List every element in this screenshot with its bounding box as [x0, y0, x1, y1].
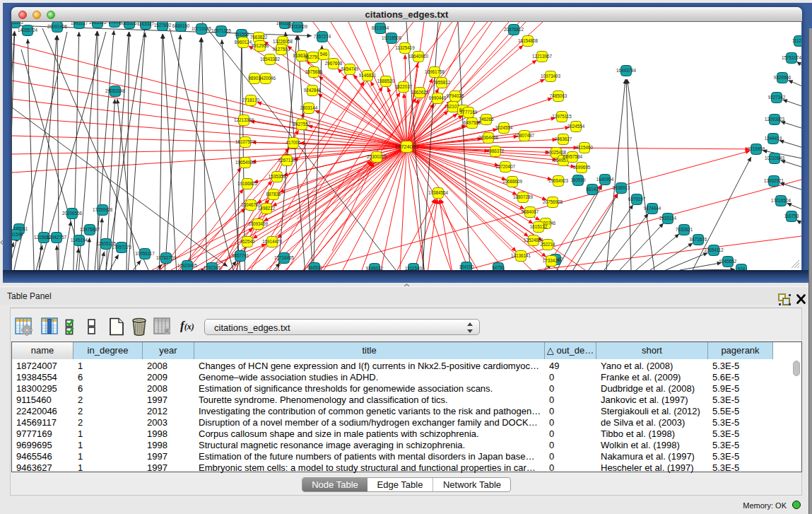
svg-text:252214: 252214 [540, 242, 555, 247]
svg-text:29053346: 29053346 [105, 88, 126, 93]
svg-text:15720407: 15720407 [495, 164, 516, 169]
svg-text:3822037: 3822037 [395, 84, 413, 89]
svg-text:1911540: 1911540 [405, 266, 423, 270]
svg-text:944502: 944502 [307, 265, 322, 270]
svg-text:9146821: 9146821 [359, 73, 377, 78]
svg-text:10688609: 10688609 [502, 179, 523, 184]
svg-text:9329966: 9329966 [774, 75, 792, 80]
svg-text:1405572: 1405572 [12, 22, 24, 25]
svg-text:1244419: 1244419 [765, 136, 782, 141]
svg-text:17016504: 17016504 [771, 198, 792, 203]
svg-text:6466160: 6466160 [172, 23, 190, 28]
svg-text:9115460: 9115460 [576, 145, 594, 150]
svg-text:8912958: 8912958 [252, 43, 269, 48]
svg-text:1145194: 1145194 [71, 238, 88, 243]
svg-text:7986372: 7986372 [487, 148, 505, 153]
svg-text:12213369: 12213369 [234, 117, 254, 122]
svg-text:391594: 391594 [12, 232, 23, 237]
svg-text:12975115: 12975115 [552, 114, 572, 119]
svg-text:18724007: 18724007 [395, 144, 418, 150]
svg-text:16154808: 16154808 [518, 38, 539, 43]
svg-text:2718170: 2718170 [242, 98, 260, 103]
svg-text:1527602: 1527602 [154, 23, 172, 28]
svg-text:1065326: 1065326 [89, 22, 107, 25]
svg-text:12942757: 12942757 [47, 235, 67, 240]
svg-text:1163327: 1163327 [137, 22, 155, 26]
svg-text:18807289: 18807289 [513, 194, 534, 199]
svg-text:8960124: 8960124 [235, 40, 252, 45]
svg-text:9227342: 9227342 [768, 95, 786, 100]
svg-text:762540: 762540 [240, 239, 255, 244]
svg-text:16093459: 16093459 [248, 221, 269, 226]
svg-text:10807487: 10807487 [514, 133, 535, 138]
svg-text:116753: 116753 [784, 214, 799, 218]
svg-text:19654935: 19654935 [235, 160, 256, 165]
svg-text:8454749: 8454749 [341, 66, 359, 71]
svg-text:546: 546 [320, 52, 328, 57]
svg-text:16033809: 16033809 [288, 24, 308, 29]
svg-text:20206556: 20206556 [62, 211, 83, 216]
svg-text:12213967: 12213967 [532, 54, 553, 59]
svg-text:1292345: 1292345 [204, 265, 221, 270]
svg-text:154150: 154150 [459, 264, 474, 269]
svg-text:8938913: 8938913 [613, 185, 630, 190]
svg-text:15751074: 15751074 [782, 55, 801, 60]
svg-text:10973493: 10973493 [541, 74, 561, 78]
svg-text:7663822: 7663822 [250, 35, 268, 40]
svg-text:86142: 86142 [586, 187, 599, 192]
svg-text:6990448: 6990448 [429, 95, 447, 100]
svg-text:1498222: 1498222 [258, 206, 276, 211]
svg-text:98901: 98901 [248, 76, 261, 81]
svg-text:3024554: 3024554 [567, 124, 585, 129]
svg-text:9245012: 9245012 [366, 266, 384, 270]
svg-text:9463627: 9463627 [555, 136, 572, 141]
svg-text:1640954: 1640954 [596, 177, 614, 182]
svg-text:15716485: 15716485 [274, 255, 295, 260]
svg-text:12093823: 12093823 [765, 117, 785, 122]
svg-text:10210643: 10210643 [765, 156, 785, 160]
svg-text:9245652: 9245652 [719, 259, 737, 264]
svg-text:8813054: 8813054 [372, 25, 389, 30]
svg-text:13226058: 13226058 [273, 39, 293, 44]
svg-text:417006: 417006 [286, 140, 301, 145]
svg-text:17957275: 17957275 [112, 245, 132, 250]
svg-text:7955812: 7955812 [433, 80, 451, 85]
svg-text:3024554: 3024554 [495, 125, 513, 130]
svg-text:14055724: 14055724 [18, 28, 38, 33]
svg-text:11325419: 11325419 [395, 45, 415, 50]
svg-text:25300275: 25300275 [367, 154, 387, 159]
svg-text:19654923: 19654923 [548, 178, 569, 183]
svg-text:746266: 746266 [478, 117, 494, 122]
svg-text:16107573: 16107573 [235, 139, 256, 144]
svg-text:1362625: 1362625 [411, 90, 429, 95]
svg-text:9457791: 9457791 [232, 253, 249, 258]
svg-text:6379197: 6379197 [628, 197, 646, 201]
svg-text:14136141: 14136141 [511, 253, 531, 258]
svg-text:19218506: 19218506 [382, 35, 402, 40]
svg-text:3875685: 3875685 [305, 69, 323, 74]
svg-text:1535358: 1535358 [269, 174, 286, 179]
svg-text:19166825: 19166825 [237, 181, 258, 186]
svg-text:160559: 160559 [570, 177, 586, 182]
svg-text:9777169: 9777169 [460, 110, 478, 115]
svg-text:16961758: 16961758 [425, 69, 445, 74]
svg-text:7357274: 7357274 [314, 34, 331, 39]
svg-text:20364456: 20364456 [478, 135, 499, 140]
svg-text:1615132: 1615132 [530, 224, 548, 229]
svg-text:9242848: 9242848 [304, 88, 322, 93]
svg-text:10719155: 10719155 [192, 26, 212, 31]
svg-text:9684067: 9684067 [522, 209, 539, 214]
svg-text:10654112: 10654112 [704, 247, 724, 252]
svg-text:20091406: 20091406 [47, 24, 68, 29]
svg-text:20876812: 20876812 [504, 27, 524, 32]
svg-text:16914479: 16914479 [262, 239, 283, 244]
svg-text:19384554: 19384554 [428, 190, 449, 195]
svg-text:20756928: 20756928 [543, 199, 563, 204]
svg-text:18640910: 18640910 [408, 54, 429, 59]
svg-text:6497568: 6497568 [464, 120, 481, 125]
svg-text:17359928: 17359928 [93, 207, 113, 212]
svg-text:8427552: 8427552 [293, 122, 311, 127]
svg-text:3215958: 3215958 [748, 146, 765, 151]
svg-text:12923485: 12923485 [177, 263, 198, 268]
svg-text:924: 924 [738, 267, 746, 270]
